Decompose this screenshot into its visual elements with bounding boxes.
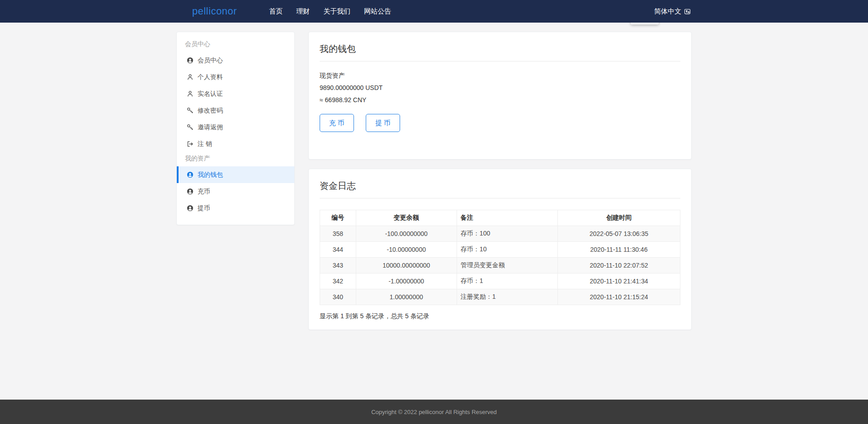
sidebar-item-kyc[interactable]: 实名认证 [177,85,294,102]
table-header-row: 编号 变更余额 备注 创建时间 [320,210,680,226]
sidebar-item-label: 提币 [198,204,210,212]
cell-time: 2020-11-10 22:07:52 [558,258,680,273]
col-header-id: 编号 [320,210,356,226]
nav-item-finance[interactable]: 理财 [289,0,316,23]
cell-note: 存币：10 [457,242,557,258]
sidebar-item-change-password[interactable]: 修改密码 [177,102,294,119]
cell-note: 管理员变更金额 [457,258,557,273]
page-footer: Copyright © 2022 pelliconor All Rights R… [0,400,868,424]
cell-amount: -10.00000000 [356,242,457,258]
sidebar-item-label: 充币 [198,188,210,196]
sidebar: 会员中心 会员中心 个人资料 实名认证 [176,32,295,225]
wallet-actions: 充 币 提 币 [320,114,680,132]
col-header-time: 创建时间 [558,210,680,226]
sidebar-item-label: 个人资料 [198,73,223,81]
pagination-summary: 显示第 1 到第 5 条记录，总共 5 条记录 [320,312,680,330]
col-header-note: 备注 [457,210,557,226]
spot-asset-label: 现货资产 [320,70,680,82]
cell-time: 2022-05-07 13:06:35 [558,226,680,242]
fund-log-title: 资金日志 [320,169,680,198]
sidebar-item-label: 我的钱包 [198,171,223,179]
user-circle-icon [187,57,193,64]
nav-item-about[interactable]: 关于我们 [316,0,357,23]
sidebar-item-label: 实名认证 [198,90,223,98]
table-row: 342 -1.00000000 存币：1 2020-11-10 21:41:34 [320,273,680,289]
cell-amount: -100.00000000 [356,226,457,242]
withdraw-button[interactable]: 提 币 [366,114,400,132]
user-circle-icon [187,188,193,195]
table-row: 340 1.00000000 注册奖励：1 2020-11-10 21:15:2… [320,289,680,305]
cell-id: 358 [320,226,356,242]
sidebar-item-member-center[interactable]: 会员中心 [177,52,294,69]
sidebar-section-header-member: 会员中心 [177,32,294,52]
nav-item-home[interactable]: 首页 [262,0,289,23]
cell-amount: 10000.00000000 [356,258,457,273]
sidebar-item-withdraw[interactable]: 提币 [177,200,294,217]
wallet-card: 我的钱包 现货资产 9890.00000000 USDT ≈ 66988.92 … [308,32,692,160]
sidebar-item-my-wallet[interactable]: 我的钱包 [177,166,294,183]
user-outline-icon [187,90,193,97]
user-outline-icon [187,74,193,80]
sidebar-item-logout[interactable]: 注 销 [177,136,294,152]
brand-logo[interactable]: pelliconor [192,5,237,17]
language-label: 简体中文 [654,7,681,16]
user-circle-icon [187,171,193,178]
sidebar-item-profile[interactable]: 个人资料 [177,69,294,85]
key-icon [187,107,193,114]
table-row: 358 -100.00000000 存币：100 2022-05-07 13:0… [320,226,680,242]
copyright-text: Copyright © 2022 pelliconor All Rights R… [371,409,497,415]
sidebar-item-label: 注 销 [198,140,212,148]
cell-id: 340 [320,289,356,305]
sign-out-icon [187,141,193,147]
nav-item-announcements[interactable]: 网站公告 [357,0,398,23]
sidebar-item-label: 修改密码 [198,107,223,115]
sidebar-item-referral[interactable]: 邀请返佣 [177,119,294,136]
page: pelliconor 首页 理财 关于我们 网站公告 简体中文 [0,0,868,424]
cell-id: 342 [320,273,356,289]
sidebar-item-deposit[interactable]: 充币 [177,183,294,200]
fund-log-table: 编号 变更余额 备注 创建时间 358 -100.00000000 存币：100… [320,210,680,305]
cell-note: 存币：1 [457,273,557,289]
main-column: 我的钱包 现货资产 9890.00000000 USDT ≈ 66988.92 … [308,32,692,339]
table-row: 343 10000.00000000 管理员变更金额 2020-11-10 22… [320,258,680,273]
navbar-inner: pelliconor 首页 理财 关于我们 网站公告 简体中文 [176,0,692,23]
spot-asset-amount: 9890.00000000 USDT [320,82,680,94]
language-icon [684,8,691,15]
wallet-card-title: 我的钱包 [320,32,680,61]
cell-time: 2020-11-10 21:15:24 [558,289,680,305]
table-row: 344 -10.00000000 存币：10 2020-11-11 11:30:… [320,242,680,258]
deposit-button[interactable]: 充 币 [320,114,354,132]
key-icon [187,124,193,131]
cell-id: 344 [320,242,356,258]
cell-note: 注册奖励：1 [457,289,557,305]
sidebar-item-label: 邀请返佣 [198,123,223,132]
cell-amount: -1.00000000 [356,273,457,289]
cell-amount: 1.00000000 [356,289,457,305]
content-container: 会员中心 会员中心 个人资料 实名认证 [176,32,692,339]
col-header-amount: 变更余额 [356,210,457,226]
cell-note: 存币：100 [457,226,557,242]
sidebar-item-label: 会员中心 [198,57,223,65]
cell-time: 2020-11-11 11:30:46 [558,242,680,258]
language-switcher[interactable]: 简体中文 [654,7,692,16]
main-nav: 首页 理财 关于我们 网站公告 [262,0,398,23]
wallet-card-body: 现货资产 9890.00000000 USDT ≈ 66988.92 CNY 充… [320,70,680,159]
fund-log-card: 资金日志 编号 变更余额 备注 创建时间 [308,169,692,330]
cell-id: 343 [320,258,356,273]
user-circle-icon [187,205,193,212]
top-navbar: pelliconor 首页 理财 关于我们 网站公告 简体中文 [0,0,868,23]
spot-asset-cny-value: ≈ 66988.92 CNY [320,94,680,106]
cell-time: 2020-11-10 21:41:34 [558,273,680,289]
sidebar-section-header-assets: 我的资产 [177,152,294,166]
